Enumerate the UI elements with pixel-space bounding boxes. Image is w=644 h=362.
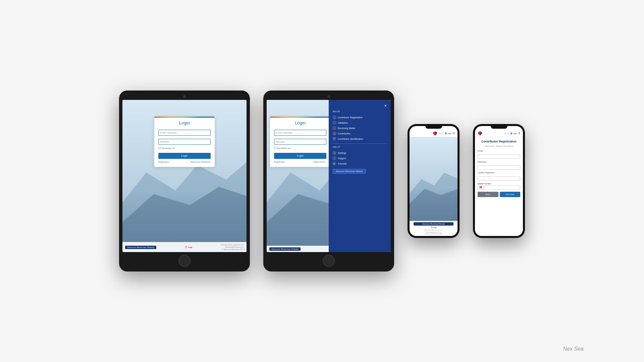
email-input-2[interactable] <box>274 130 326 136</box>
menu-main-label: MAIN <box>333 110 387 113</box>
app-content-login: S swisscom Blockchain EN ▾ 👤 Login ☰ <box>122 100 247 252</box>
phone-swisscom-icon <box>433 131 437 136</box>
login-card-container: Login Remember me Login Registration for… <box>154 110 215 174</box>
phone-website-button[interactable]: Swisscom Blockchain Website <box>414 222 454 226</box>
menu-website-button[interactable]: Swisscom Blockchain Website <box>333 169 366 174</box>
website-button-2[interactable]: Swisscom Blockchain Website <box>269 247 301 251</box>
reg-confirm-password-input[interactable] <box>478 176 520 181</box>
scene: S swisscom Blockchain EN ▾ 👤 Login ☰ <box>106 77 538 285</box>
phone-reg-person-icon: 👤 <box>510 132 512 134</box>
phone-footer-links: www.blockchain.swisscom.com launchpad@sw… <box>424 229 443 235</box>
phone-menu-icon[interactable]: ☰ <box>453 132 455 135</box>
forgot-link-2[interactable]: forgot your P... <box>313 161 326 163</box>
reg-password-input[interactable] <box>478 165 520 170</box>
menu-item-contributor-id[interactable]: 🔍 Contributor Identification <box>333 136 387 141</box>
phone-registration-device: EN ▾ 👤 Login ☰ Contributor Registration … <box>473 124 525 238</box>
remember-me-row-2: Remember me <box>274 147 326 149</box>
phone-lang[interactable]: EN <box>439 132 441 134</box>
footer-copy: © Swisscom Blockchain 2018 <box>221 248 244 251</box>
login-card-container-2: Login Remember me Login Registration for… <box>270 110 330 174</box>
next-step-button[interactable]: Next Step <box>500 192 521 197</box>
remember-me-label: Remember me <box>162 147 175 149</box>
phone-help-button[interactable]: ❓ Help <box>430 226 437 229</box>
support-label: Support <box>338 157 346 160</box>
phone-header: EN ▾ 👤 Login ☰ <box>410 130 458 137</box>
svg-marker-18 <box>480 131 482 136</box>
validation-label: Validation <box>338 122 348 124</box>
phone-login-screen: EN ▾ 👤 Login ☰ <box>410 126 458 236</box>
login-title-2: Login <box>274 120 326 125</box>
svg-marker-13 <box>435 131 437 136</box>
forgot-password-link[interactable]: forgot your Password? <box>191 161 211 163</box>
tutorials-label: Tutorials <box>338 163 347 165</box>
login-card-top-bar <box>154 117 215 118</box>
tablet-login-device: S swisscom Blockchain EN ▾ 👤 Login ☰ <box>119 90 250 272</box>
mobile-number-input[interactable] <box>485 185 520 190</box>
email-input[interactable] <box>158 130 211 136</box>
phone-login-bg: Login Remember me Login Registration for… <box>410 137 458 221</box>
remember-me-row: Remember me <box>158 147 211 149</box>
phone-reg-lang[interactable]: EN <box>504 132 506 134</box>
registration-link[interactable]: Registration <box>158 161 169 163</box>
phone-login-link[interactable]: 👤 Login <box>445 132 451 134</box>
menu-item-tutorials[interactable]: ▶ Tutorials <box>333 161 387 166</box>
tablet-camera-2 <box>327 95 330 98</box>
country-flag[interactable]: 🇨🇭 <box>478 185 484 190</box>
tablet-home-button-2[interactable] <box>323 255 335 267</box>
login-button[interactable]: Login <box>158 153 211 159</box>
phone-reg-menu-icon[interactable]: ☰ <box>518 132 520 135</box>
phone-reg-login-link[interactable]: 👤 Login <box>510 132 517 134</box>
menu-item-contribution[interactable]: ◎ Contribution <box>333 131 387 136</box>
login-button-2[interactable]: Login <box>274 153 326 159</box>
footer-email: launchpad@swisscom.ch <box>221 246 244 248</box>
wallet-label: Receiving Wallet <box>338 127 355 129</box>
phone-reg-lang-chevron: ▾ <box>508 132 509 134</box>
phone-swisscom-icon-2 <box>478 131 482 136</box>
contributor-reg-label: Contributor Registration <box>338 116 363 119</box>
contribution-icon: ◎ <box>333 132 336 135</box>
login-links-2: Registration forgot your P... <box>274 161 326 163</box>
remember-me-checkbox-2[interactable] <box>274 147 276 149</box>
reg-email-input[interactable] <box>478 155 520 159</box>
phone-notch-2 <box>491 126 507 129</box>
menu-help-label: HELP <box>333 146 387 148</box>
back-button[interactable]: Back <box>478 192 498 197</box>
settings-icon: ⚙ <box>333 151 336 155</box>
phone-reg-header: EN ▾ 👤 Login ☰ <box>475 130 523 137</box>
help-icon: ❓ <box>184 246 187 249</box>
app-footer: Swisscom Blockchain Website ❓ Help www.b… <box>122 242 247 252</box>
registration-link-2[interactable]: Registration <box>274 161 285 163</box>
mobile-number-row: 🇨🇭 <box>478 185 520 190</box>
contributor-id-icon: 🔍 <box>333 137 336 140</box>
tablet-menu-device: S swisscom Blockchain EN ▾ 👤 Login ☰ <box>263 90 394 272</box>
menu-item-validation[interactable]: ✓ Validation <box>333 120 387 125</box>
menu-item-settings[interactable]: ⚙ Settings <box>333 150 387 156</box>
login-card: Login Remember me Login Registration for… <box>154 117 215 167</box>
mobile-number-label: Mobile Number <box>478 183 520 185</box>
email-field-label: Email <box>478 150 520 152</box>
menu-close-button[interactable]: ✕ <box>333 104 387 108</box>
website-button[interactable]: Swisscom Blockchain Website <box>125 246 156 249</box>
phone-reg-inner: EN ▾ 👤 Login ☰ Contributor Registration … <box>475 126 523 236</box>
contributor-reg-icon: 👤 <box>333 116 336 119</box>
menu-item-contributor-registration[interactable]: 👤 Contributor Registration <box>333 115 387 120</box>
password-field-label: Password <box>478 161 520 163</box>
menu-item-support[interactable]: ? Support <box>333 156 387 161</box>
tablet-home-button[interactable] <box>178 255 191 267</box>
remember-me-checkbox[interactable] <box>158 147 161 149</box>
help-button[interactable]: ❓ Help <box>184 246 192 249</box>
wallet-icon: 💼 <box>333 126 336 130</box>
phone-notch <box>425 126 442 129</box>
tablet-login-screen: S swisscom Blockchain EN ▾ 👤 Login ☰ <box>122 100 247 252</box>
tablet-menu-screen: S swisscom Blockchain EN ▾ 👤 Login ☰ <box>267 100 391 252</box>
phone-footer: Swisscom Blockchain Website ❓ Help www.b… <box>410 221 458 236</box>
phone-reg-content: Contributor Registration Step 2 of 5 - S… <box>475 137 523 236</box>
menu-item-receiving-wallet[interactable]: 💼 Receiving Wallet <box>333 125 387 131</box>
login-links: Registration forgot your Password? <box>158 161 211 163</box>
phone-lang-chevron: ▾ <box>442 132 443 134</box>
phone-reg-screen: EN ▾ 👤 Login ☰ Contributor Registration … <box>475 126 523 236</box>
password-input[interactable] <box>158 139 211 145</box>
confirm-password-label: Confirm Password <box>478 172 520 174</box>
footer-url: www.blockchain.swisscom.com <box>221 244 244 246</box>
password-input-2[interactable] <box>274 139 326 145</box>
